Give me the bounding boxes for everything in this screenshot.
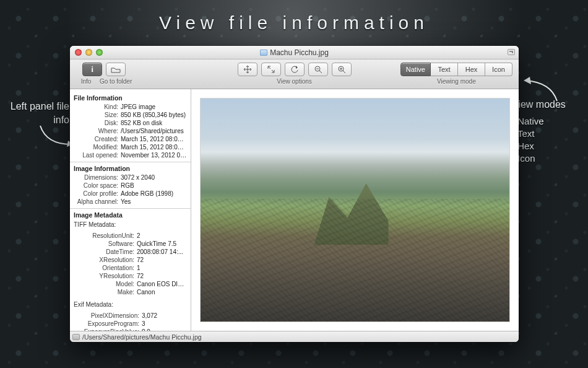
mode-native[interactable]: Native	[400, 63, 431, 76]
mode-text[interactable]: Text	[431, 63, 458, 76]
titlebar[interactable]: Machu Picchu.jpg	[70, 46, 519, 59]
window-title-text: Machu Picchu.jpg	[270, 48, 329, 57]
arrow-right	[520, 73, 563, 104]
image-viewport[interactable]	[191, 89, 519, 331]
fullscreen-button[interactable]	[508, 49, 515, 55]
value: RGB	[121, 182, 134, 190]
label: PixelXDimension:	[74, 312, 139, 320]
zoom-in-button[interactable]	[332, 63, 352, 76]
label: YResolution:	[74, 272, 134, 280]
rotate-icon	[290, 65, 299, 74]
annotation-right: View modes Native Text Hex Icon	[512, 98, 577, 165]
tiff-subtitle: TIFF Metadata:	[74, 221, 187, 228]
value: Yes	[121, 198, 131, 206]
label: Alpha channel:	[74, 198, 118, 206]
status-bar: /Users/Shared/pictures/Machu Picchu.jpg	[70, 331, 519, 342]
value: 852 KB on disk	[121, 119, 162, 127]
label: Color space:	[74, 182, 118, 190]
annotation-mode-item: Native	[512, 115, 577, 128]
section-file-info: File Information	[74, 94, 187, 102]
value: JPEG image	[121, 103, 155, 111]
value: 850 KB (850,346 bytes)	[121, 111, 186, 119]
value: 3,072	[142, 312, 157, 320]
view-options-label: View options	[277, 78, 312, 85]
label: Created:	[74, 135, 118, 143]
label: Orientation:	[74, 264, 134, 272]
viewing-mode-label: Viewing mode	[437, 78, 476, 85]
info-sidebar[interactable]: File Information Kind:JPEG image Size:85…	[70, 89, 191, 331]
value: 72	[137, 272, 144, 280]
info-label: Info	[76, 78, 96, 85]
label: Size:	[74, 111, 118, 119]
app-window: Machu Picchu.jpg i Info Go to folder	[70, 46, 519, 342]
file-icon	[260, 50, 267, 56]
value: 3072 x 2040	[121, 173, 155, 182]
label: Dimensions:	[74, 173, 118, 182]
label: ExposureProgram:	[74, 320, 139, 328]
label: Software:	[74, 240, 134, 248]
go-to-folder-label: Go to folder	[100, 78, 132, 85]
label: DateTime:	[74, 248, 134, 256]
value: Canon EOS DIG...	[137, 280, 187, 288]
exif-subtitle: Exif Metadata:	[74, 301, 187, 308]
zoom-out-button[interactable]	[308, 63, 328, 76]
annotation-mode-item: Hex	[512, 140, 577, 152]
zoom-out-icon	[314, 65, 322, 74]
status-path: /Users/Shared/pictures/Machu Picchu.jpg	[82, 333, 202, 341]
label: Kind:	[74, 103, 118, 111]
zoom-in-icon	[337, 65, 346, 74]
label: Make:	[74, 288, 134, 296]
folder-icon	[111, 66, 121, 73]
value: 3	[142, 320, 145, 328]
value: March 15, 2012 08:02 AM	[121, 135, 187, 143]
move-icon	[243, 65, 252, 74]
mode-hex[interactable]: Hex	[458, 63, 485, 76]
hero-title: View file information	[0, 12, 588, 33]
rotate-button[interactable]	[285, 63, 305, 76]
value: /Users/Shared/pictures	[121, 127, 184, 135]
value: March 15, 2012 08:02 AM	[121, 143, 187, 151]
label: Color profile:	[74, 190, 118, 198]
disk-icon	[72, 334, 80, 340]
value: November 13, 2012 08:00 AM	[121, 151, 187, 159]
value: 2008:08:07 14:...	[137, 248, 183, 256]
go-to-folder-button[interactable]	[106, 63, 126, 76]
annotation-mode-item: Icon	[512, 152, 577, 165]
label: Where:	[74, 127, 118, 135]
label: Modified:	[74, 143, 118, 151]
window-title: Machu Picchu.jpg	[70, 48, 519, 57]
section-image-info: Image Information	[74, 165, 187, 172]
fit-button[interactable]	[261, 63, 281, 76]
pan-button[interactable]	[238, 63, 257, 76]
expand-icon	[267, 65, 275, 74]
value: 1	[137, 264, 141, 272]
section-metadata: Image Metadata	[74, 211, 187, 219]
annotation-mode-item: Text	[512, 128, 577, 140]
value: 2	[137, 232, 141, 240]
label: Model:	[74, 280, 134, 288]
value: 72	[137, 256, 144, 264]
image-content	[200, 98, 510, 322]
value: Adobe RGB (1998)	[121, 190, 173, 198]
mode-icon[interactable]: Icon	[485, 63, 512, 76]
label: Disk:	[74, 119, 118, 127]
toolbar: i Info Go to folder	[70, 59, 519, 89]
label: ResolutionUnit:	[74, 232, 134, 240]
label: XResolution:	[74, 256, 134, 264]
label: Last opened:	[74, 151, 118, 159]
value: Canon	[137, 288, 155, 296]
info-button[interactable]: i	[82, 63, 102, 76]
value: QuickTime 7.5	[137, 240, 176, 248]
